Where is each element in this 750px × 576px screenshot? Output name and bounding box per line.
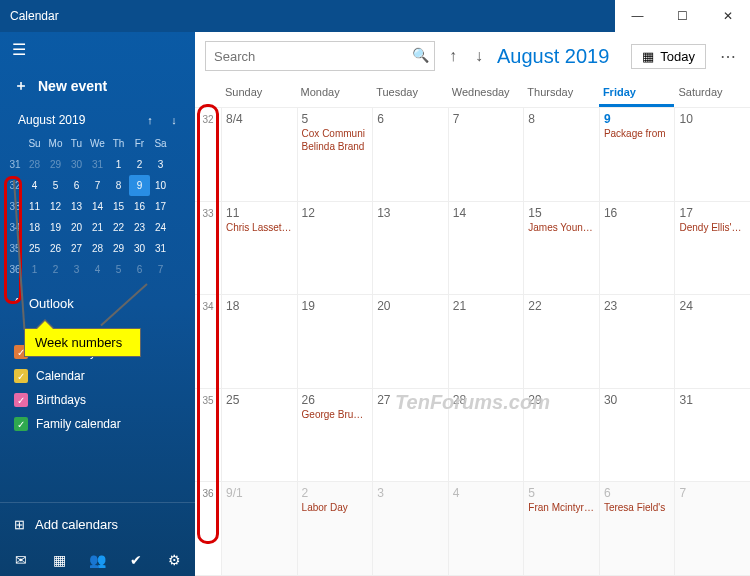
search-input[interactable] (205, 41, 435, 71)
mini-day[interactable]: 5 (108, 259, 129, 280)
mini-day[interactable]: 20 (66, 217, 87, 238)
day-cell[interactable]: 13 (372, 202, 448, 295)
mini-day[interactable]: 2 (45, 259, 66, 280)
calendar-icon[interactable]: ▦ (48, 552, 70, 568)
mini-day[interactable]: 22 (108, 217, 129, 238)
account-toggle[interactable]: ˄ Outlook (0, 286, 195, 315)
day-cell[interactable]: 28 (448, 389, 524, 482)
mini-day[interactable]: 6 (66, 175, 87, 196)
month-label[interactable]: August 2019 (497, 45, 621, 68)
day-cell[interactable]: 27 (372, 389, 448, 482)
event[interactable]: Belinda Brand (302, 141, 369, 152)
mini-day[interactable]: 26 (45, 238, 66, 259)
maximize-button[interactable]: ☐ (660, 0, 705, 32)
event[interactable]: Cox Communi (302, 128, 369, 139)
mini-day[interactable]: 31 (87, 154, 108, 175)
mini-day[interactable]: 13 (66, 196, 87, 217)
mini-day[interactable]: 1 (108, 154, 129, 175)
day-cell[interactable]: 6 (372, 108, 448, 201)
event[interactable]: Teresa Field's (604, 502, 671, 513)
day-cell[interactable]: 25 (221, 389, 297, 482)
event[interactable]: Labor Day (302, 502, 369, 513)
add-calendars-button[interactable]: ⊞ Add calendars (0, 502, 195, 546)
mini-day[interactable]: 2 (129, 154, 150, 175)
day-cell[interactable]: 20 (372, 295, 448, 388)
mini-day[interactable]: 16 (129, 196, 150, 217)
mini-day[interactable]: 29 (108, 238, 129, 259)
mini-day[interactable]: 30 (129, 238, 150, 259)
hamburger-icon[interactable]: ☰ (0, 32, 195, 67)
day-cell[interactable]: 4 (448, 482, 524, 575)
calendar-checkbox[interactable]: ✓ (14, 417, 28, 431)
event[interactable]: Chris Lassetter (226, 222, 293, 233)
mini-day[interactable]: 11 (24, 196, 45, 217)
mini-day[interactable]: 7 (150, 259, 171, 280)
mini-day[interactable]: 9 (129, 175, 150, 196)
day-cell[interactable]: 16 (599, 202, 675, 295)
close-button[interactable]: ✕ (705, 0, 750, 32)
day-cell[interactable]: 10 (674, 108, 750, 201)
day-cell[interactable]: 23 (599, 295, 675, 388)
mini-day[interactable]: 31 (150, 238, 171, 259)
today-button[interactable]: ▦ Today (631, 44, 706, 69)
mini-day[interactable]: 29 (45, 154, 66, 175)
mini-day[interactable]: 4 (24, 175, 45, 196)
mini-day[interactable]: 28 (87, 238, 108, 259)
next-month-icon[interactable]: ↓ (471, 47, 487, 65)
minimize-button[interactable]: — (615, 0, 660, 32)
mini-day[interactable]: 10 (150, 175, 171, 196)
day-cell[interactable]: 9/1 (221, 482, 297, 575)
day-cell[interactable]: 22 (523, 295, 599, 388)
mini-day[interactable]: 3 (66, 259, 87, 280)
event[interactable]: Fran Mcintyre's (528, 502, 595, 513)
prev-month-icon[interactable]: ↑ (445, 47, 461, 65)
day-cell[interactable]: 26 George Brunsc (297, 389, 373, 482)
mini-day[interactable]: 5 (45, 175, 66, 196)
day-cell[interactable]: 7 (448, 108, 524, 201)
mini-day[interactable]: 1 (24, 259, 45, 280)
day-cell[interactable]: 11 Chris Lassetter (221, 202, 297, 295)
event[interactable]: James Young's (528, 222, 595, 233)
day-cell[interactable]: 8/4 (221, 108, 297, 201)
new-event-button[interactable]: ＋ New event (0, 67, 195, 105)
event[interactable]: Dendy Ellis's bi (679, 222, 746, 233)
mini-day[interactable]: 3 (150, 154, 171, 175)
mail-icon[interactable]: ✉ (10, 552, 32, 568)
day-cell[interactable]: 6 Teresa Field's (599, 482, 675, 575)
day-cell[interactable]: 29 (523, 389, 599, 482)
mini-day[interactable]: 23 (129, 217, 150, 238)
calendar-checkbox[interactable]: ✓ (14, 393, 28, 407)
mini-prev-icon[interactable]: ↑ (141, 114, 159, 126)
mini-day[interactable]: 4 (87, 259, 108, 280)
day-cell[interactable]: 5 Cox CommuniBelinda Brand (297, 108, 373, 201)
calendar-item[interactable]: ✓ Family calendar (14, 417, 181, 431)
calendar-item[interactable]: ✓ Calendar (14, 369, 181, 383)
mini-day[interactable]: 27 (66, 238, 87, 259)
mini-day[interactable]: 7 (87, 175, 108, 196)
more-icon[interactable]: ⋯ (716, 47, 740, 66)
day-cell[interactable]: 5 Fran Mcintyre's (523, 482, 599, 575)
mini-day[interactable]: 17 (150, 196, 171, 217)
mini-day[interactable]: 19 (45, 217, 66, 238)
mini-day[interactable]: 24 (150, 217, 171, 238)
day-cell[interactable]: 17 Dendy Ellis's bi (674, 202, 750, 295)
day-cell[interactable]: 31 (674, 389, 750, 482)
day-cell[interactable]: 3 (372, 482, 448, 575)
mini-month-label[interactable]: August 2019 (18, 113, 135, 127)
day-cell[interactable]: 2 Labor Day (297, 482, 373, 575)
mini-day[interactable]: 18 (24, 217, 45, 238)
day-cell[interactable]: 12 (297, 202, 373, 295)
day-cell[interactable]: 30 (599, 389, 675, 482)
day-cell[interactable]: 8 (523, 108, 599, 201)
day-cell[interactable]: 15 James Young's (523, 202, 599, 295)
mini-next-icon[interactable]: ↓ (165, 114, 183, 126)
mini-day[interactable]: 12 (45, 196, 66, 217)
day-cell[interactable]: 21 (448, 295, 524, 388)
mini-day[interactable]: 8 (108, 175, 129, 196)
day-cell[interactable]: 18 (221, 295, 297, 388)
people-icon[interactable]: 👥 (87, 552, 109, 568)
calendar-checkbox[interactable]: ✓ (14, 369, 28, 383)
mini-day[interactable]: 6 (129, 259, 150, 280)
day-cell[interactable]: 7 (674, 482, 750, 575)
event[interactable]: George Brunsc (302, 409, 369, 420)
